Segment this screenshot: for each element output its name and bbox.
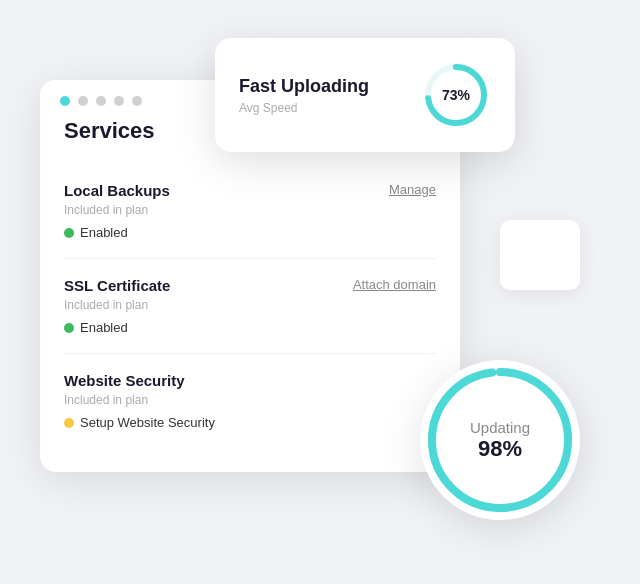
ssl-status-dot xyxy=(64,323,74,333)
dot-5 xyxy=(132,96,142,106)
upload-progress-text: 73% xyxy=(442,87,470,103)
white-square-decoration xyxy=(500,220,580,290)
updating-progress-svg xyxy=(420,360,580,520)
service-local-backups: Local Backups Manage Included in plan En… xyxy=(64,164,436,258)
dot-4 xyxy=(114,96,124,106)
security-header: Website Security xyxy=(64,372,436,389)
upload-card: Fast Uploading Avg Speed 73% xyxy=(215,38,515,152)
security-name: Website Security xyxy=(64,372,185,389)
ssl-name: SSL Certificate xyxy=(64,277,170,294)
updating-circle: Updating 98% xyxy=(420,360,580,520)
dot-3 xyxy=(96,96,106,106)
local-backups-status: Enabled xyxy=(64,225,436,240)
local-backups-plan: Included in plan xyxy=(64,203,436,217)
upload-title: Fast Uploading xyxy=(239,76,369,97)
upload-subtitle: Avg Speed xyxy=(239,101,369,115)
ssl-status-label: Enabled xyxy=(80,320,128,335)
svg-point-3 xyxy=(432,372,568,508)
upload-info: Fast Uploading Avg Speed xyxy=(239,76,369,115)
local-backups-action[interactable]: Manage xyxy=(389,182,436,197)
security-status: Setup Website Security xyxy=(64,415,436,430)
ssl-plan: Included in plan xyxy=(64,298,436,312)
local-backups-header: Local Backups Manage xyxy=(64,182,436,199)
security-status-label: Setup Website Security xyxy=(80,415,215,430)
ssl-header: SSL Certificate Attach domain xyxy=(64,277,436,294)
security-status-dot xyxy=(64,418,74,428)
card-content: Services Local Backups Manage Included i… xyxy=(40,118,460,472)
ssl-status: Enabled xyxy=(64,320,436,335)
dot-2 xyxy=(78,96,88,106)
ssl-action[interactable]: Attach domain xyxy=(353,277,436,292)
local-backups-status-dot xyxy=(64,228,74,238)
scene: Fast Uploading Avg Speed 73% Services xyxy=(0,0,640,584)
dot-1 xyxy=(60,96,70,106)
local-backups-name: Local Backups xyxy=(64,182,170,199)
service-ssl-certificate: SSL Certificate Attach domain Included i… xyxy=(64,258,436,353)
local-backups-status-label: Enabled xyxy=(80,225,128,240)
service-website-security: Website Security Included in plan Setup … xyxy=(64,353,436,448)
security-plan: Included in plan xyxy=(64,393,436,407)
upload-progress-circle: 73% xyxy=(421,60,491,130)
